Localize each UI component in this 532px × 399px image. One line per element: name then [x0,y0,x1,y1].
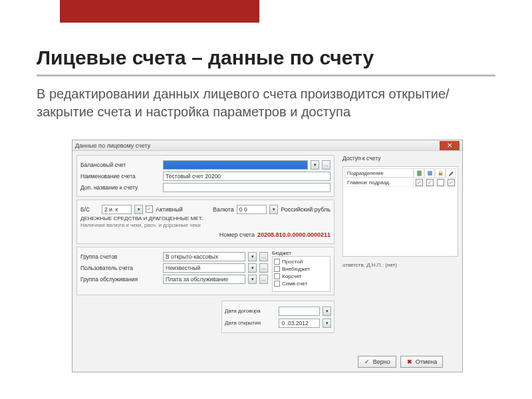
check-icon: ✓ [364,358,371,366]
account-name-input[interactable]: Тестовый счет 20200 [163,172,331,181]
account-section-sub: Наличная валюта и чеки, расч. и дорожные… [80,222,331,229]
date-contract-picker[interactable]: ▾ [323,307,331,316]
label-user: Пользователь счета [80,265,160,271]
label-client-doc: Доп. название к счету [80,184,160,191]
date-open-input[interactable]: 0 .03.2012 [279,319,320,328]
user-lookup[interactable]: … [259,263,268,273]
cancel-icon: ✖ [406,358,414,366]
group-service-dropdown[interactable]: ▾ [248,275,257,284]
list-item: Корсчет [274,273,329,280]
label-access: Доступ к счету [342,155,380,162]
group-dates: Дата договора ▾ Дата открытия 0 .03.2012… [221,301,334,333]
label-group-acct: Группа счетов [80,253,160,260]
label-balance-account: Балансовый счет [80,162,160,168]
label-account-name: Наименование счета [80,173,160,180]
group-acct-input[interactable]: В открыто-кассовых [163,252,245,261]
group-acct-dropdown[interactable]: ▾ [248,252,257,261]
col-book-icon[interactable] [424,168,435,178]
account-section-title: ДЕНЕЖНЫЕ СРЕДСТВА И ДРАГОЦЕННЫЕ МЕТ. [80,215,331,222]
access-check-4[interactable]: ✓ [448,179,455,186]
label-bs: Б/С [80,206,99,213]
date-open-picker[interactable]: ▾ [323,319,331,328]
label-date-open: Дата открытия [225,320,276,326]
access-check-2[interactable]: ✓ [426,179,434,186]
checkbox-icon[interactable] [274,266,280,272]
group-service-lookup[interactable]: … [259,275,268,284]
group-account-main: Балансовый счет ▾ … Наименование счета Т… [76,155,334,197]
group-account-params: Б/С 2 и. к ▾ ✓ Активный Валюта 0 0 ▾ Рос… [76,200,334,244]
bs-dropdown[interactable]: ▾ [134,205,143,214]
label-signature: ответств. Д.Н.П.: [342,262,384,268]
cancel-button[interactable]: ✖ Отмена [400,356,443,368]
label-account-number: Номер счета [219,231,255,238]
group-acct-lookup[interactable]: … [259,252,268,261]
client-doc-input[interactable] [163,183,331,192]
group-service-input[interactable]: Плата за обслуживание [163,275,245,284]
checkbox-icon[interactable] [274,259,280,265]
access-table-body[interactable] [344,187,456,255]
list-item: Простой [274,258,329,265]
account-window: Данные по лицевому счету ✕ Балансовый сч… [72,140,463,372]
title-underline [37,74,495,76]
list-item: Внебюджет [274,265,329,273]
access-table: Подразделение Главное подразд. ✓ ✓ ✓ [342,166,458,257]
user-dropdown[interactable]: ▾ [248,263,257,273]
balance-account-dropdown[interactable]: ▾ [311,160,319,170]
slide-subtitle: В редактировании данных лицевого счета п… [37,85,489,121]
slide-title: Лицевые счета – данные по счету [37,47,374,69]
table-row[interactable]: Главное подразд. ✓ ✓ ✓ [344,178,456,187]
close-button[interactable]: ✕ [440,141,460,150]
window-titlebar: Данные по лицевому счету ✕ [72,140,462,151]
label-budget: Бюджет [272,250,331,256]
budget-list[interactable]: Простой Внебюджет Корсчет Симв.счет [272,256,331,292]
group-account-settings: Группа счетов В открыто-кассовых ▾ … Пол… [76,247,334,295]
col-view-icon[interactable] [414,168,424,178]
list-item: Симв.счет [274,280,329,287]
ok-button[interactable]: ✓ Верно [358,356,396,368]
label-active: Активный [156,206,182,213]
signature-value: (нет) [385,262,397,268]
balance-account-lookup[interactable]: … [322,160,331,170]
active-checkbox[interactable]: ✓ [146,205,153,213]
access-check-1[interactable]: ✓ [416,179,423,186]
balance-account-input[interactable] [163,160,308,170]
svg-rect-0 [417,170,422,176]
account-number: 20208.810.0.0000.0000211 [257,231,331,238]
checkbox-icon[interactable] [274,281,280,287]
window-title: Данные по лицевому счету [75,142,440,149]
date-contract-input[interactable] [279,307,320,316]
col-department[interactable]: Подразделение [344,168,414,178]
label-date-contract: Дата договора [225,308,276,314]
slide-banner [60,0,259,23]
label-group-service: Группа обслуживания [80,276,160,283]
col-lock-icon[interactable] [435,168,446,178]
checkbox-icon[interactable] [274,273,280,279]
currency-code-input[interactable]: 0 0 [237,205,267,214]
currency-dropdown[interactable]: ▾ [269,205,278,214]
bs-input[interactable]: 2 и. к [102,205,132,214]
svg-rect-1 [428,171,432,176]
access-check-3[interactable] [437,179,444,186]
col-pen-icon[interactable] [446,168,456,178]
user-input[interactable]: Неизвестный [163,263,245,273]
label-currency: Валюта [213,206,234,213]
currency-name: Российский рубль [281,206,331,213]
